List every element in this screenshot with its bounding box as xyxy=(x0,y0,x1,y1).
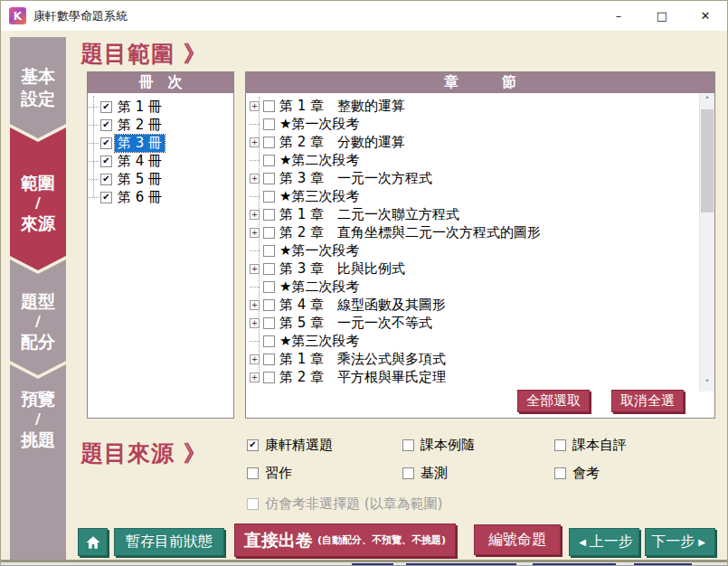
chapter-checkbox[interactable] xyxy=(263,299,275,311)
direct-export-button[interactable]: 直接出卷 (自動配分、不預覽、不挑題) xyxy=(234,524,456,557)
scrollbar-thumb[interactable] xyxy=(701,109,714,212)
chapter-checkbox[interactable] xyxy=(263,209,275,221)
volume-checkbox[interactable]: ✔ xyxy=(100,174,112,185)
source-option[interactable]: 課本自評 xyxy=(554,437,699,453)
expand-icon[interactable]: + xyxy=(250,354,260,364)
volume-item[interactable]: ✔第 4 冊 xyxy=(88,152,233,170)
volume-checkbox[interactable]: ✔ xyxy=(100,156,112,167)
numbered-question-button[interactable]: 編號命題 xyxy=(474,524,561,555)
chapter-checkbox[interactable] xyxy=(263,263,275,275)
volume-label[interactable]: 第 1 冊 xyxy=(115,99,165,116)
chapter-item[interactable]: +第 2 章 直角坐標與二元一次方程式的圖形 xyxy=(246,223,699,241)
chapter-label[interactable]: 第 2 章 直角坐標與二元一次方程式的圖形 xyxy=(279,224,541,241)
source-checkbox[interactable] xyxy=(402,467,414,479)
exam-item[interactable]: ★第三次段考 xyxy=(246,187,699,205)
volume-checkbox[interactable]: ✔ xyxy=(100,137,112,149)
chapter-checkbox[interactable] xyxy=(263,155,275,166)
volume-label[interactable]: 第 6 冊 xyxy=(115,189,165,206)
sidebar-tab-2[interactable]: 範圍/來源 xyxy=(10,127,66,270)
exam-item[interactable]: ★第一次段考 xyxy=(246,115,699,133)
chapter-label[interactable]: 第 4 章 線型函數及其圖形 xyxy=(279,297,446,314)
chapter-label[interactable]: 第 3 章 比與比例式 xyxy=(279,260,405,278)
chapter-checkbox[interactable] xyxy=(263,118,275,130)
volume-label[interactable]: 第 5 冊 xyxy=(115,171,165,188)
chapter-checkbox[interactable] xyxy=(263,173,275,184)
chapter-checkbox[interactable] xyxy=(263,372,275,383)
chapter-label[interactable]: 第 3 章 一元一次方程式 xyxy=(279,170,432,187)
source-option[interactable]: 課本例隨 xyxy=(402,437,554,453)
select-all-button[interactable]: 全部選取 xyxy=(517,390,590,412)
save-state-button[interactable]: 暫存目前狀態 xyxy=(114,528,224,556)
chapter-label[interactable]: 第 5 章 一元一次不等式 xyxy=(279,315,432,332)
chapter-label[interactable]: 第 1 章 整數的運算 xyxy=(279,98,405,115)
chapter-checkbox[interactable] xyxy=(263,354,275,365)
volume-checkbox[interactable]: ✔ xyxy=(100,192,112,203)
chapter-item[interactable]: +第 1 章 乘法公式與多項式 xyxy=(246,350,699,368)
chapter-item[interactable]: +第 5 章 一元一次不等式 xyxy=(246,314,699,332)
chapter-label[interactable]: 第 1 章 二元一次聯立方程式 xyxy=(279,206,459,223)
scroll-down-icon[interactable]: ˅ xyxy=(700,376,714,391)
expand-icon[interactable]: + xyxy=(250,101,260,111)
close-button[interactable]: ✕ xyxy=(684,1,727,31)
source-option[interactable]: 會考 xyxy=(554,465,699,481)
chapter-checkbox[interactable] xyxy=(263,191,275,203)
source-option[interactable]: 習作 xyxy=(247,465,402,481)
minimize-button[interactable]: – xyxy=(597,1,640,31)
volume-label[interactable]: 第 3 冊 xyxy=(115,135,165,152)
chapter-item[interactable]: +第 1 章 二元一次聯立方程式 xyxy=(246,205,699,223)
expand-icon[interactable]: + xyxy=(250,228,260,238)
chapter-label[interactable]: 第 2 章 分數的運算 xyxy=(279,134,405,151)
sidebar-tab-1[interactable]: 基本設定 xyxy=(10,37,66,138)
source-option[interactable]: ✔康軒精選題 xyxy=(247,437,402,453)
expand-icon[interactable]: + xyxy=(250,137,260,147)
chapter-item[interactable]: +第 2 章 分數的運算 xyxy=(246,133,699,151)
chapter-item[interactable]: +第 3 章 比與比例式 xyxy=(246,259,699,278)
volume-item[interactable]: ✔第 3 冊 xyxy=(88,134,233,152)
volume-label[interactable]: 第 2 冊 xyxy=(115,117,165,134)
source-checkbox[interactable] xyxy=(402,439,414,451)
maximize-button[interactable]: □ xyxy=(640,1,684,31)
chapter-item[interactable]: +第 3 章 一元一次方程式 xyxy=(246,169,699,187)
chapter-label[interactable]: ★第二次段考 xyxy=(279,278,359,296)
chapter-label[interactable]: ★第一次段考 xyxy=(279,242,359,259)
volume-item[interactable]: ✔第 1 冊 xyxy=(88,98,233,116)
tree-scrollbar[interactable]: ˄ ˅ xyxy=(699,93,714,391)
chapter-checkbox[interactable] xyxy=(263,317,275,329)
home-button[interactable] xyxy=(78,528,108,556)
expand-icon[interactable]: + xyxy=(250,373,260,382)
exam-item[interactable]: ★第一次段考 xyxy=(246,241,699,259)
expand-icon[interactable]: + xyxy=(250,264,260,274)
volume-checkbox[interactable]: ✔ xyxy=(100,101,112,113)
sidebar-tab-4[interactable]: 預覽/挑題 xyxy=(10,364,66,560)
source-checkbox[interactable] xyxy=(554,467,566,479)
exam-item[interactable]: ★第三次段考 xyxy=(246,332,699,350)
source-option[interactable]: 基測 xyxy=(402,465,554,481)
exam-item[interactable]: ★第二次段考 xyxy=(246,151,699,169)
sidebar-tab-3[interactable]: 題型/配分 xyxy=(10,259,66,375)
chapter-checkbox[interactable] xyxy=(263,227,275,239)
next-step-button[interactable]: 下一步 ▶ xyxy=(645,528,715,556)
expand-icon[interactable]: + xyxy=(250,210,260,220)
chapter-item[interactable]: +第 1 章 整數的運算 xyxy=(246,97,699,115)
volume-item[interactable]: ✔第 2 冊 xyxy=(88,116,233,134)
chapter-label[interactable]: ★第三次段考 xyxy=(279,333,359,350)
exam-item[interactable]: ★第二次段考 xyxy=(246,278,699,296)
chapter-checkbox[interactable] xyxy=(263,281,275,293)
source-checkbox[interactable]: ✔ xyxy=(247,439,259,451)
chapter-label[interactable]: ★第一次段考 xyxy=(279,116,359,133)
volume-checkbox[interactable]: ✔ xyxy=(100,119,112,131)
chapter-label[interactable]: 第 1 章 乘法公式與多項式 xyxy=(279,351,446,368)
source-checkbox[interactable] xyxy=(554,439,566,451)
chapter-item[interactable]: +第 2 章 平方根與畢氏定理 xyxy=(246,368,699,386)
volume-item[interactable]: ✔第 5 冊 xyxy=(88,170,233,188)
chapter-checkbox[interactable] xyxy=(263,137,275,148)
scroll-up-icon[interactable]: ˄ xyxy=(700,93,714,108)
chapter-label[interactable]: 第 2 章 平方根與畢氏定理 xyxy=(279,369,446,386)
expand-icon[interactable]: + xyxy=(250,318,260,328)
expand-icon[interactable]: + xyxy=(250,300,260,310)
chapter-label[interactable]: ★第二次段考 xyxy=(279,152,359,169)
chapter-checkbox[interactable] xyxy=(263,335,275,347)
source-checkbox[interactable] xyxy=(247,467,259,479)
prev-step-button[interactable]: ◀ 上一步 xyxy=(569,528,639,556)
chapter-checkbox[interactable] xyxy=(263,100,275,112)
